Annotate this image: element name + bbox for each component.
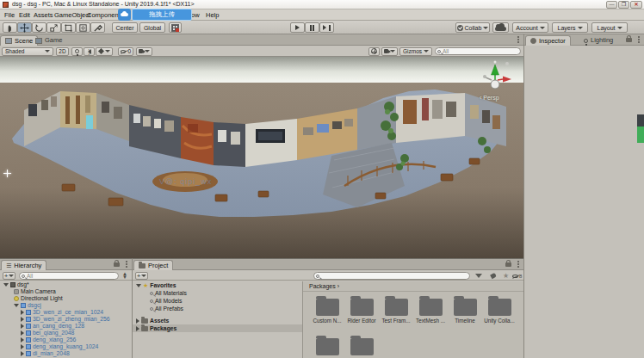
expander-icon[interactable]: [14, 304, 19, 307]
hierarchy-row-scene[interactable]: dsg*: [0, 281, 132, 288]
favorites-row[interactable]: ★Favorites: [133, 281, 302, 289]
upload-overlay-icon[interactable]: [118, 9, 131, 21]
search-by-type-icon[interactable]: [475, 272, 482, 280]
gizmos-dropdown[interactable]: Gizmos: [399, 47, 432, 56]
panel-menu-icon[interactable]: [126, 261, 128, 268]
hierarchy-row[interactable]: Directional Light: [0, 295, 132, 302]
hierarchy-row-prefab[interactable]: 3D_wen_zi_zheng_mian_256: [0, 316, 132, 323]
component-tools-button[interactable]: [368, 47, 380, 56]
custom-tool-icon[interactable]: [90, 22, 105, 33]
hierarchy-row-prefab[interactable]: bei_qiang_2048: [0, 330, 132, 336]
panel-menu-icon[interactable]: [638, 36, 641, 44]
sort-icon[interactable]: ▲▼: [122, 273, 129, 279]
play-button[interactable]: [290, 22, 305, 33]
hierarchy-row-prefab[interactable]: 3D_wen_zi_ce_mian_1024: [0, 309, 132, 316]
menu-gameobject[interactable]: GameObject: [54, 11, 90, 19]
hierarchy-row-prefab[interactable]: di_mian_2048: [0, 350, 132, 357]
scene-audio-toggle[interactable]: [84, 47, 95, 56]
save-search-icon[interactable]: ★: [503, 272, 509, 280]
pivot-toggle-button[interactable]: Center: [112, 22, 138, 33]
scene-camera-menu[interactable]: [136, 47, 152, 56]
tab-game[interactable]: Game: [31, 35, 66, 46]
camera-select-dropdown[interactable]: [381, 47, 398, 56]
menu-assets[interactable]: Assets: [34, 11, 53, 19]
2d-toggle-button[interactable]: 2D: [56, 47, 69, 56]
expander-icon[interactable]: [21, 337, 24, 343]
maximize-button[interactable]: ❐: [618, 1, 629, 9]
tab-inspector[interactable]: Inspector: [525, 35, 571, 46]
lock-icon[interactable]: [505, 262, 511, 267]
scene-viewport-3d[interactable]: V@: qipi_wx ‹ Persp: [0, 57, 523, 258]
orientation-toggle-button[interactable]: Global: [139, 22, 165, 33]
create-object-button[interactable]: +: [3, 272, 15, 280]
scene-search-input[interactable]: [443, 48, 518, 54]
hierarchy-search-field[interactable]: [19, 272, 119, 280]
panel-menu-icon[interactable]: [517, 36, 520, 44]
menu-help[interactable]: Help: [206, 11, 219, 19]
hierarchy-row-prefab[interactable]: an_cang_deng_128: [0, 323, 132, 330]
menu-file[interactable]: File: [4, 11, 15, 19]
hierarchy-row-prefab[interactable]: deng_xiang_kuang_1024: [0, 343, 132, 350]
project-search-input[interactable]: [321, 273, 468, 279]
expander-icon[interactable]: [136, 326, 139, 331]
tab-lighting[interactable]: Lighting: [579, 35, 617, 46]
package-folder[interactable]: Custom N...: [311, 299, 344, 324]
package-folder[interactable]: TextMesh ...: [414, 299, 447, 324]
step-button[interactable]: [319, 22, 334, 33]
grid-snap-button[interactable]: [169, 22, 182, 33]
package-folder[interactable]: Rider Editor: [345, 299, 378, 324]
hidden-packages-toggle[interactable]: 8: [512, 272, 522, 280]
favorite-all-models[interactable]: All Models: [133, 297, 302, 305]
close-button[interactable]: ✕: [630, 1, 642, 9]
hierarchy-row[interactable]: Main Camera: [0, 288, 132, 295]
menu-component[interactable]: Component: [87, 11, 121, 19]
scale-tool-icon[interactable]: [46, 22, 61, 33]
menu-edit[interactable]: Edit: [19, 11, 30, 19]
layers-dropdown[interactable]: Layers: [552, 22, 588, 33]
package-folder[interactable]: Timeline: [449, 299, 481, 324]
lock-icon[interactable]: [114, 262, 120, 267]
project-search-field[interactable]: [313, 272, 470, 280]
hierarchy-row-prefab[interactable]: deng_xiang_256: [0, 336, 132, 343]
create-asset-button[interactable]: +: [135, 272, 148, 280]
minimize-button[interactable]: —: [606, 1, 617, 9]
account-dropdown[interactable]: Account: [512, 22, 548, 33]
move-tool-icon[interactable]: [17, 22, 32, 33]
expander-icon[interactable]: [21, 330, 24, 336]
expander-icon[interactable]: [136, 318, 139, 324]
cloud-button[interactable]: [492, 22, 509, 33]
hierarchy-row-prefab[interactable]: dsgcj: [0, 302, 132, 309]
favorite-all-prefabs[interactable]: All Prefabs: [133, 305, 302, 312]
shading-mode-dropdown[interactable]: Shaded: [2, 47, 53, 56]
expander-icon[interactable]: [21, 324, 24, 329]
hand-tool-icon[interactable]: [3, 22, 17, 33]
package-folder[interactable]: Test Fram...: [380, 299, 412, 324]
expander-icon[interactable]: [21, 351, 24, 356]
scene-visibility-toggle[interactable]: 0: [118, 47, 133, 56]
scene-orientation-gizmo[interactable]: [479, 59, 517, 96]
persp-label[interactable]: ‹ Persp: [480, 95, 499, 101]
scene-search-field[interactable]: [435, 47, 521, 55]
pause-button[interactable]: [305, 22, 319, 33]
collab-dropdown[interactable]: Collab: [455, 22, 490, 33]
expander-icon[interactable]: [21, 344, 24, 349]
search-by-label-icon[interactable]: [491, 272, 496, 280]
expander-icon[interactable]: [136, 284, 141, 287]
lock-icon[interactable]: [626, 38, 632, 42]
package-folder[interactable]: [345, 338, 378, 357]
tab-hierarchy[interactable]: ☰Hierarchy: [1, 260, 46, 270]
assets-folder-row[interactable]: Assets: [133, 317, 302, 324]
packages-folder-row[interactable]: Packages: [133, 324, 302, 332]
favorite-all-materials[interactable]: All Materials: [133, 289, 302, 297]
tab-project[interactable]: Project: [133, 260, 173, 270]
layout-dropdown[interactable]: Layout: [591, 22, 628, 33]
package-folder[interactable]: Unity Colla...: [483, 299, 516, 324]
transform-tool-icon[interactable]: [76, 22, 90, 33]
rect-tool-icon[interactable]: [61, 22, 76, 33]
expander-icon[interactable]: [3, 283, 9, 287]
hierarchy-search-input[interactable]: [27, 273, 116, 279]
package-folder[interactable]: [311, 338, 344, 357]
rotate-tool-icon[interactable]: [32, 22, 46, 33]
expander-icon[interactable]: [21, 310, 24, 315]
panel-menu-icon[interactable]: [517, 261, 520, 268]
